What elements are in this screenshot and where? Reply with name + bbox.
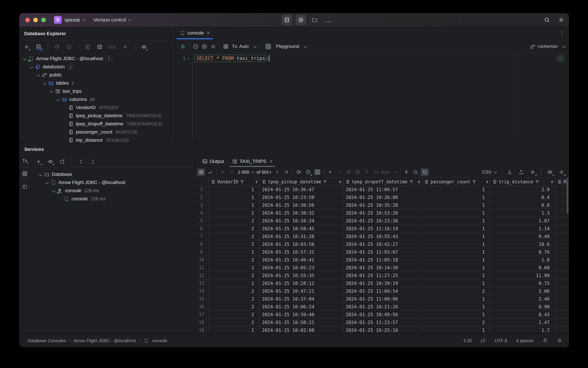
table-cell[interactable]: 2024-01-25 10:47:21	[259, 287, 343, 295]
row-number-cell[interactable]: 15	[195, 295, 209, 303]
table-cell[interactable]: 1	[422, 201, 490, 209]
search-everywhere-button[interactable]	[544, 17, 550, 23]
tx-mode-select[interactable]: Tx: Auto	[374, 170, 390, 175]
row-number-cell[interactable]: 18	[195, 319, 209, 326]
table-row[interactable]: 1622024-01-25 10:06:242024-01-25 10:21:2…	[195, 303, 569, 311]
table-cell[interactable]: 2024-01-25 10:10:24	[259, 217, 343, 224]
table-cell[interactable]: 11.99	[490, 272, 555, 279]
table-cell[interactable]: 1	[422, 272, 490, 279]
stop-button[interactable]	[265, 44, 271, 49]
filter-icon[interactable]	[323, 180, 327, 184]
table-cell[interactable]: 2024-01-25 10:55:35	[259, 272, 343, 279]
column-header[interactable]: VendorID	[209, 178, 259, 186]
breadcrumb-item[interactable]: Database Consoles	[28, 338, 66, 343]
column-header[interactable]: passenger_count	[422, 178, 490, 186]
service-row-database[interactable]: Database	[30, 170, 194, 178]
row-number-cell[interactable]: 4	[195, 209, 209, 217]
tx-mode-select[interactable]: Tx: Auto	[232, 44, 249, 49]
expand-all-button[interactable]	[77, 158, 85, 165]
sort-icon[interactable]	[339, 180, 341, 183]
row-number-cell[interactable]: 16	[195, 303, 209, 310]
table-cell[interactable]: 2	[209, 240, 259, 248]
tab-output[interactable]: Output	[199, 156, 227, 167]
table-cell[interactable]	[555, 264, 569, 271]
table-cell[interactable]: 2	[209, 256, 259, 264]
table-cell[interactable]: 1	[422, 303, 490, 310]
table-cell[interactable]: 0.98	[490, 303, 555, 310]
tree-row-columns-folder[interactable]: columns 19	[19, 95, 176, 103]
row-number-cell[interactable]: 10	[195, 256, 209, 264]
table-cell[interactable]: 2	[422, 287, 490, 295]
table-cell[interactable]: 1.7	[490, 326, 555, 334]
table-cell[interactable]: 2024-01-25 10:53:20	[343, 209, 422, 217]
file-encoding[interactable]: UTF-8	[495, 338, 507, 343]
table-cell[interactable]: 1	[209, 201, 259, 209]
first-page-button[interactable]	[219, 168, 227, 176]
grid-settings-button[interactable]	[557, 168, 566, 176]
table-cell[interactable]: 2	[209, 319, 259, 326]
last-page-button[interactable]	[282, 168, 290, 176]
table-cell[interactable]	[555, 295, 569, 303]
tree-row-column[interactable]: passenger_count BIGINT(19)	[19, 128, 176, 136]
delete-row-button[interactable]	[335, 168, 343, 176]
table-cell[interactable]: 2024-01-25 11:00:08	[343, 295, 422, 303]
tree-row-tables-folder[interactable]: tables 1	[19, 79, 176, 87]
inspections-status[interactable]: ✓	[556, 55, 565, 62]
row-number-cell[interactable]: 14	[195, 287, 209, 295]
tree-row-column[interactable]: VendorID INTEGER	[19, 103, 176, 112]
table-cell[interactable]: 2024-01-25 10:14:38	[343, 264, 422, 271]
tree-row-column[interactable]: trip_distance DOUBLE(0)	[19, 136, 176, 143]
table-row[interactable]: 1722024-01-25 10:39:402024-01-25 10:49:5…	[195, 311, 569, 319]
grid-view-button[interactable]	[197, 168, 205, 176]
filter-icon[interactable]	[535, 180, 539, 184]
filter-panel-button[interactable]	[421, 168, 429, 176]
row-number-cell[interactable]: 9	[195, 248, 209, 256]
table-cell[interactable]: 2024-01-25 10:05:23	[259, 264, 343, 271]
revert-button[interactable]: ↺	[344, 168, 353, 176]
table-cell[interactable]	[555, 311, 569, 318]
row-number-cell[interactable]: 11	[195, 264, 209, 271]
line-separator[interactable]: LF	[481, 338, 486, 343]
column-header[interactable]: tpep_pickup_datetime	[259, 178, 343, 186]
table-cell[interactable]: 2	[209, 311, 259, 318]
row-number-cell[interactable]: 17	[195, 311, 209, 318]
table-cell[interactable]: 1	[209, 279, 259, 287]
datasource-properties-button[interactable]: ⚙	[35, 43, 42, 51]
previous-page-button[interactable]	[228, 168, 236, 176]
indent-setting[interactable]: 4 spaces	[516, 338, 534, 343]
view-options-button[interactable]	[140, 43, 148, 51]
table-cell[interactable]: 1	[422, 193, 490, 201]
table-cell[interactable]: 2024-01-25 10:03:50	[259, 240, 343, 248]
table-cell[interactable]: 1	[422, 217, 490, 224]
table-row[interactable]: 622024-01-25 10:58:452024-01-25 11:16:19…	[195, 225, 569, 233]
tree-row-table[interactable]: taxi_trips	[19, 87, 176, 95]
table-cell[interactable]: 1	[422, 311, 490, 318]
schema-switcher[interactable]: <schema>	[530, 44, 565, 49]
table-cell[interactable]: 0.4	[490, 193, 555, 201]
session-select[interactable]: Playground	[276, 44, 299, 49]
table-cell[interactable]: 2.06	[490, 287, 555, 295]
table-row[interactable]: 1122024-01-25 10:05:232024-01-25 10:14:3…	[195, 264, 569, 272]
table-cell[interactable]: 1.8	[490, 256, 555, 264]
table-cell[interactable]: 2024-01-25 10:36:47	[259, 186, 343, 193]
table-cell[interactable]: 2024-01-25 10:42:27	[343, 240, 422, 248]
table-cell[interactable]: 2024-01-25 10:23:36	[343, 217, 422, 224]
table-row[interactable]: 522024-01-25 10:10:242024-01-25 10:23:36…	[195, 217, 569, 225]
service-row-console-result[interactable]: console 126 ms	[30, 195, 194, 203]
table-cell[interactable]: 1	[422, 248, 490, 256]
table-cell[interactable]: 18.6	[490, 240, 555, 248]
table-row[interactable]: 1312024-01-25 10:28:122024-01-25 10:39:1…	[195, 279, 569, 287]
settings-button[interactable]	[558, 17, 564, 23]
jump-to-console-button[interactable]	[84, 43, 91, 51]
table-cell[interactable]: 2024-01-25 10:57:31	[259, 248, 343, 256]
row-number-cell[interactable]: 1	[195, 186, 209, 193]
table-cell[interactable]: 1	[422, 256, 490, 264]
tx-strip-button[interactable]: Tx	[22, 158, 27, 163]
row-number-cell[interactable]: 7	[195, 233, 209, 240]
page-range-select[interactable]: 1-500	[238, 170, 249, 175]
table-cell[interactable]: 2024-01-25 10:49:56	[343, 311, 422, 318]
table-cell[interactable]: 1.14	[490, 225, 555, 232]
table-cell[interactable]: 2024-01-25 10:31:28	[259, 233, 343, 240]
row-number-cell[interactable]: 8	[195, 240, 209, 248]
close-icon[interactable]: ✕	[207, 30, 210, 36]
